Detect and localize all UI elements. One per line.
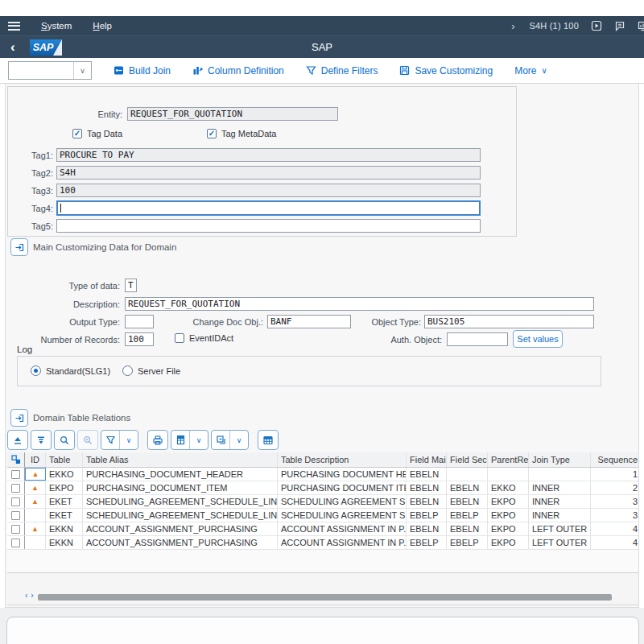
tag2-field[interactable]: S4H	[56, 166, 481, 180]
row-alias-cell[interactable]: SCHEDULING_AGREEMENT_SCHEDULE_LINES	[83, 509, 278, 522]
row-checkbox[interactable]	[11, 511, 20, 520]
row-sequence-cell[interactable]: 4	[591, 522, 639, 535]
column-header-join-type[interactable]: Join Type	[529, 452, 591, 467]
filter-icon[interactable]	[101, 431, 119, 449]
select-all-header[interactable]	[7, 452, 25, 467]
row-description-cell[interactable]: SCHEDULING AGREEMENT S...	[278, 495, 407, 508]
define-filters-button[interactable]: Define Filters	[306, 65, 378, 76]
row-table-cell[interactable]: EKET	[46, 509, 83, 522]
combobox-chevron-icon[interactable]: ∨	[73, 62, 91, 79]
row-select-cell[interactable]	[7, 495, 25, 508]
row-field-main-cell[interactable]: EBELN	[407, 468, 447, 481]
session-monitor-icon[interactable]	[638, 20, 644, 31]
gui-services-icon[interactable]	[591, 20, 602, 31]
row-parentrel-cell[interactable]: EKPO	[488, 495, 529, 508]
tag4-field[interactable]	[56, 200, 481, 216]
change-doc-obj-field[interactable]: BANF	[267, 315, 351, 328]
row-field-sec-cell[interactable]: EBELP	[447, 536, 488, 549]
row-description-cell[interactable]: SCHEDULING AGREEMENT S...	[278, 509, 407, 522]
row-sequence-cell[interactable]: 4	[591, 536, 639, 549]
export-menu-chevron-icon[interactable]: ∨	[189, 431, 208, 449]
tag-metadata-checkbox[interactable]: Tag MetaData	[207, 129, 276, 138]
row-select-cell[interactable]	[7, 536, 25, 549]
export-split-button[interactable]: ∨	[171, 430, 208, 450]
table-settings-button[interactable]	[258, 430, 279, 450]
row-parentrel-cell[interactable]	[488, 468, 529, 481]
row-sequence-cell[interactable]: 3	[591, 509, 639, 522]
views-split-button[interactable]: ∨	[211, 430, 249, 450]
sort-descending-button[interactable]	[31, 430, 52, 450]
row-checkbox[interactable]	[11, 497, 20, 506]
column-header-description[interactable]: Table Description	[278, 452, 407, 467]
log-server-file-radio[interactable]: Server File	[122, 365, 180, 376]
scroll-right-icon[interactable]: ›	[31, 591, 33, 600]
save-customizing-button[interactable]: Save Customizing	[399, 65, 493, 76]
row-parentrel-cell[interactable]: EKPO	[488, 509, 529, 522]
auth-object-field[interactable]	[447, 332, 508, 346]
row-select-cell[interactable]	[7, 522, 25, 535]
output-type-field[interactable]	[125, 315, 154, 328]
row-description-cell[interactable]: ACCOUNT ASSIGNMENT IN P...	[278, 522, 407, 535]
row-join-type-cell[interactable]: INNER	[529, 495, 591, 508]
column-header-field-main[interactable]: Field Main	[407, 452, 447, 467]
row-table-cell[interactable]: EKKN	[46, 536, 83, 549]
row-id-cell[interactable]: ▲	[25, 522, 46, 535]
row-alias-cell[interactable]: ACCOUNT_ASSIGNMENT_PURCHASING	[83, 522, 278, 535]
column-definition-button[interactable]: Column Definition	[192, 65, 284, 76]
row-field-main-cell[interactable]: EBELN	[407, 481, 447, 494]
entity-field[interactable]: REQUEST_FOR_QUOTATION	[127, 107, 338, 121]
menu-help[interactable]: Help	[93, 21, 112, 31]
find-button[interactable]	[54, 430, 75, 450]
row-parentrel-cell[interactable]: EKKO	[488, 481, 529, 494]
tag3-field[interactable]: 100	[56, 184, 481, 197]
tag-data-checkbox[interactable]: Tag Data	[72, 129, 122, 138]
row-select-cell[interactable]	[7, 468, 25, 481]
row-alias-cell[interactable]: SCHEDULING_AGREEMENT_SCHEDULE_LINES	[83, 495, 278, 508]
row-checkbox[interactable]	[11, 539, 20, 547]
column-header-field-sec[interactable]: Field Sec.	[447, 452, 488, 467]
row-description-cell[interactable]: ACCOUNT ASSIGNMENT IN P...	[278, 536, 407, 549]
type-of-data-field[interactable]: T	[125, 279, 137, 292]
row-sequence-cell[interactable]: 1	[591, 468, 639, 481]
row-checkbox[interactable]	[11, 525, 20, 534]
table-row[interactable]: ▲EKKOPURCHASING_DOCUMENT_HEADERPURCHASIN…	[7, 468, 639, 481]
row-field-main-cell[interactable]: EBELP	[407, 536, 447, 549]
row-field-sec-cell[interactable]: EBELN	[447, 495, 488, 508]
collapse-section-button[interactable]	[10, 238, 28, 256]
column-header-sequence[interactable]: Sequence	[591, 452, 639, 467]
row-table-cell[interactable]: EKKN	[46, 522, 83, 535]
tag5-field[interactable]	[56, 219, 481, 233]
menu-system[interactable]: System	[41, 21, 72, 31]
row-table-cell[interactable]: EKKO	[46, 468, 83, 481]
more-button[interactable]: More ∨	[514, 65, 547, 76]
row-alias-cell[interactable]: ACCOUNT_ASSIGNMENT_PURCHASING	[83, 536, 278, 549]
row-field-sec-cell[interactable]: EBELN	[447, 481, 488, 494]
row-field-sec-cell[interactable]	[447, 468, 488, 481]
sort-ascending-button[interactable]	[7, 430, 28, 450]
transaction-combobox[interactable]: ∨	[8, 61, 92, 80]
print-button[interactable]	[147, 430, 168, 450]
column-header-id[interactable]: ID	[25, 452, 46, 467]
row-join-type-cell[interactable]: INNER	[529, 481, 591, 494]
export-spreadsheet-icon[interactable]	[171, 431, 189, 449]
filter-split-button[interactable]: ∨	[101, 430, 138, 450]
build-join-button[interactable]: Build Join	[114, 65, 171, 76]
number-of-records-field[interactable]: 100	[125, 332, 154, 346]
table-row[interactable]: EKKNACCOUNT_ASSIGNMENT_PURCHASINGACCOUNT…	[7, 536, 639, 550]
collapse-relations-button[interactable]	[10, 409, 28, 427]
row-join-type-cell[interactable]: LEFT OUTER	[529, 536, 591, 549]
row-description-cell[interactable]: PURCHASING DOCUMENT ITE...	[278, 481, 407, 494]
row-id-cell[interactable]: ▲	[25, 468, 46, 481]
column-header-table[interactable]: Table	[46, 452, 83, 467]
column-header-alias[interactable]: Table Alias	[83, 452, 278, 467]
table-row[interactable]: ▲EKETSCHEDULING_AGREEMENT_SCHEDULE_LINES…	[7, 495, 639, 509]
row-join-type-cell[interactable]	[529, 468, 591, 481]
row-id-cell[interactable]	[25, 509, 46, 522]
row-sequence-cell[interactable]: 2	[591, 481, 639, 494]
table-row[interactable]: ▲EKPOPURCHASING_DOCUMENT_ITEMPURCHASING …	[7, 481, 639, 495]
row-table-cell[interactable]: EKET	[46, 495, 83, 508]
views-menu-chevron-icon[interactable]: ∨	[229, 431, 248, 449]
scroll-left-icon[interactable]: ‹	[25, 591, 27, 600]
row-field-main-cell[interactable]: EBELN	[407, 495, 447, 508]
hamburger-menu-icon[interactable]	[8, 22, 20, 31]
